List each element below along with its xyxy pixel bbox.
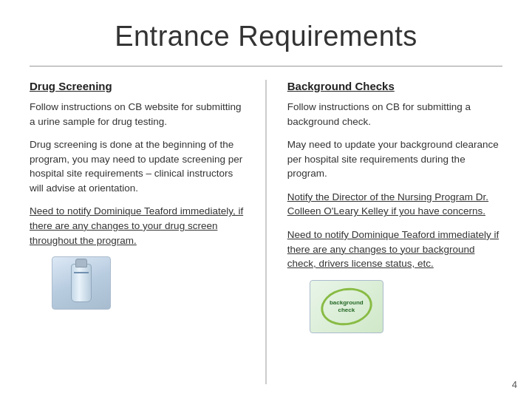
slide-title: Entrance Requirements (30, 21, 502, 52)
right-para-3: Notify the Director of the Nursing Progr… (287, 190, 502, 219)
background-check-image: backgroundcheck (310, 280, 383, 333)
right-para-4: Need to notify Dominique Teaford immedia… (287, 228, 502, 271)
right-para-1: Follow instructions on CB for submitting… (287, 100, 502, 129)
title-area: Entrance Requirements (30, 0, 502, 66)
left-para-3: Need to notify Dominique Teaford immedia… (30, 204, 245, 248)
slide: Entrance Requirements Drug Screening Fol… (0, 0, 532, 399)
content-area: Drug Screening Follow instructions on CB… (30, 80, 502, 384)
right-para-2: May need to update your background clear… (287, 137, 502, 181)
right-column-body: Follow instructions on CB for submitting… (287, 100, 502, 271)
right-column-header: Background Checks (287, 80, 502, 92)
left-column-body: Follow instructions on CB website for su… (30, 100, 245, 248)
divider (30, 66, 502, 66)
urine-bottle-icon (71, 264, 92, 302)
column-divider (265, 80, 267, 384)
urine-sample-image (52, 256, 111, 310)
page-number: 4 (512, 379, 517, 390)
bg-check-inner-text: backgroundcheck (330, 299, 364, 313)
bg-check-oval: backgroundcheck (318, 284, 375, 329)
left-column: Drug Screening Follow instructions on CB… (30, 80, 258, 384)
left-para-1: Follow instructions on CB website for su… (30, 100, 245, 129)
left-column-header: Drug Screening (30, 80, 245, 92)
left-image-row (30, 256, 245, 310)
right-image-row: backgroundcheck (287, 280, 502, 333)
left-para-2: Drug screening is done at the beginning … (30, 137, 245, 195)
right-column: Background Checks Follow instructions on… (274, 80, 502, 384)
